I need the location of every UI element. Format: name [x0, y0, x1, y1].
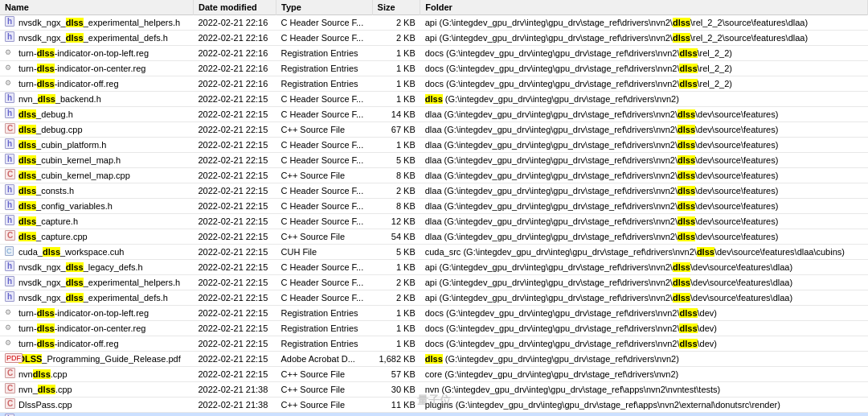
- file-name: nvsdk_ngx_dlss_experimental_helpers.h: [18, 18, 180, 27]
- name-cell[interactable]: hDlssPass.h: [0, 413, 194, 417]
- size-cell: 8 KB: [372, 168, 420, 183]
- table-row[interactable]: Cdlss_capture.cpp2022-02-21 22:15C++ Sou…: [0, 229, 868, 245]
- name-cell[interactable]: ⚙turn-dlss-indicator-off.reg: [0, 336, 194, 352]
- table-row[interactable]: Cnvn_dlss.cpp2022-02-21 21:38C++ Source …: [0, 382, 868, 397]
- table-row[interactable]: ⚙turn-dlss-indicator-on-center.reg2022-0…: [0, 321, 868, 336]
- name-cell[interactable]: hnvsdk_ngx_dlss_experimental_helpers.h: [0, 275, 194, 290]
- name-cell[interactable]: Cdlss_debug.cpp: [0, 122, 194, 138]
- file-name: turn-dlss-indicator-on-top-left.reg: [18, 308, 149, 318]
- folder-cell: dlaa (G:\integdev_gpu_drv\integ\gpu_drv\…: [420, 122, 868, 138]
- table-row[interactable]: Ccuda_dlss_workspace.cuh2022-02-21 22:15…: [0, 245, 868, 260]
- size-cell: 2 KB: [372, 290, 420, 306]
- table-row[interactable]: hdlss_debug.h2022-02-21 22:15C Header So…: [0, 107, 868, 122]
- table-row[interactable]: ⚙turn-dlss-indicator-on-center.reg2022-0…: [0, 61, 868, 76]
- file-name: dlss_debug.h: [18, 109, 73, 119]
- name-cell[interactable]: hdlss_debug.h: [0, 107, 194, 122]
- name-cell[interactable]: hdlss_cubin_kernel_map.h: [0, 153, 194, 168]
- size-cell: 1 KB: [372, 76, 420, 92]
- type-cell: C Header Source F...: [276, 413, 373, 417]
- type-cell: C Header Source F...: [276, 92, 373, 107]
- file-name: dlss_cubin_kernel_map.h: [18, 155, 121, 165]
- name-cell[interactable]: CDlssPass.cpp: [0, 397, 194, 413]
- table-row[interactable]: Cdlss_cubin_kernel_map.cpp2022-02-21 22:…: [0, 168, 868, 183]
- name-cell[interactable]: Ccuda_dlss_workspace.cuh: [0, 245, 194, 260]
- folder-cell: api (G:\integdev_gpu_drv\integ\gpu_drv\s…: [420, 275, 868, 290]
- file-name: nvsdk_ngx_dlss_legacy_defs.h: [18, 262, 143, 272]
- date-cell: 2022-02-21 22:15: [194, 260, 276, 275]
- folder-cell: dlaa (G:\integdev_gpu_drv\integ\gpu_drv\…: [420, 107, 868, 122]
- col-folder[interactable]: Folder: [420, 0, 868, 15]
- col-date[interactable]: Date modified: [194, 0, 276, 15]
- type-cell: Registration Entries: [276, 306, 373, 321]
- name-cell[interactable]: Cdlss_cubin_kernel_map.cpp: [0, 168, 194, 183]
- col-size[interactable]: Size: [372, 0, 420, 15]
- name-cell[interactable]: ⚙turn-dlss-indicator-on-center.reg: [0, 61, 194, 76]
- type-cell: C Header Source F...: [276, 199, 373, 214]
- table-row[interactable]: hdlss_consts.h2022-02-21 22:15C Header S…: [0, 183, 868, 199]
- size-cell: 2 KB: [372, 275, 420, 290]
- size-cell: 2 KB: [372, 183, 420, 199]
- file-type-icon: ⚙: [5, 47, 16, 58]
- table-row[interactable]: hnvsdk_ngx_dlss_experimental_defs.h2022-…: [0, 31, 868, 46]
- type-cell: C Header Source F...: [276, 260, 373, 275]
- name-cell[interactable]: ⚙turn-dlss-indicator-on-center.reg: [0, 321, 194, 336]
- name-cell[interactable]: hdlss_consts.h: [0, 183, 194, 199]
- name-cell[interactable]: ⚙turn-dlss-indicator-on-top-left.reg: [0, 306, 194, 321]
- name-cell[interactable]: hnvsdk_ngx_dlss_experimental_helpers.h: [0, 15, 194, 31]
- table-row[interactable]: hnvsdk_ngx_dlss_legacy_defs.h2022-02-21 …: [0, 260, 868, 275]
- folder-cell: docs (G:\integdev_gpu_drv\integ\gpu_drv\…: [420, 336, 868, 352]
- file-type-icon: C: [5, 383, 16, 394]
- file-type-icon: ⚙: [5, 322, 16, 333]
- size-cell: 1 KB: [372, 306, 420, 321]
- file-list-container[interactable]: Name Date modified Type Size Folder hnvs…: [0, 0, 868, 416]
- type-cell: C++ Source File: [276, 397, 373, 413]
- size-cell: 11 KB: [372, 397, 420, 413]
- folder-cell: docs (G:\integdev_gpu_drv\integ\gpu_drv\…: [420, 46, 868, 61]
- table-row[interactable]: ⚙turn-dlss-indicator-off.reg2022-02-21 2…: [0, 336, 868, 352]
- table-row[interactable]: hnvsdk_ngx_dlss_experimental_defs.h2022-…: [0, 290, 868, 306]
- type-cell: Registration Entries: [276, 321, 373, 336]
- name-cell[interactable]: hnvsdk_ngx_dlss_experimental_defs.h: [0, 31, 194, 46]
- table-row[interactable]: CDlssPass.cpp2022-02-21 21:38C++ Source …: [0, 397, 868, 413]
- table-row[interactable]: Cdlss_debug.cpp2022-02-21 22:15C++ Sourc…: [0, 122, 868, 138]
- file-type-icon: C: [5, 245, 16, 257]
- table-row[interactable]: ⚙turn-dlss-indicator-on-top-left.reg2022…: [0, 46, 868, 61]
- table-row[interactable]: hnvsdk_ngx_dlss_experimental_helpers.h20…: [0, 15, 868, 31]
- name-cell[interactable]: hnvn_dlss_backend.h: [0, 92, 194, 107]
- table-row[interactable]: hdlss_capture.h2022-02-21 22:15C Header …: [0, 214, 868, 229]
- name-cell[interactable]: hdlss_capture.h: [0, 214, 194, 229]
- table-row[interactable]: hdlss_cubin_kernel_map.h2022-02-21 22:15…: [0, 153, 868, 168]
- name-cell[interactable]: ⚙turn-dlss-indicator-off.reg: [0, 76, 194, 92]
- table-row[interactable]: Cnvndlss.cpp2022-02-21 22:15C++ Source F…: [0, 367, 868, 382]
- date-cell: 2022-02-21 22:15: [194, 245, 276, 260]
- table-row[interactable]: hdlss_config_variables.h2022-02-21 22:15…: [0, 199, 868, 214]
- date-cell: 2022-02-21 22:15: [194, 367, 276, 382]
- table-row[interactable]: hnvn_dlss_backend.h2022-02-21 22:15C Hea…: [0, 92, 868, 107]
- name-cell[interactable]: ⚙turn-dlss-indicator-on-top-left.reg: [0, 46, 194, 61]
- table-row[interactable]: PDFDLSS_Programming_Guide_Release.pdf202…: [0, 352, 868, 367]
- name-cell[interactable]: Cnvndlss.cpp: [0, 367, 194, 382]
- date-cell: 2022-02-21 22:16: [194, 46, 276, 61]
- folder-cell: dlaa (G:\integdev_gpu_drv\integ\gpu_drv\…: [420, 199, 868, 214]
- name-cell[interactable]: Cnvn_dlss.cpp: [0, 382, 194, 397]
- name-cell[interactable]: PDFDLSS_Programming_Guide_Release.pdf: [0, 352, 194, 367]
- table-row[interactable]: ⚙turn-dlss-indicator-on-top-left.reg2022…: [0, 306, 868, 321]
- file-type-icon: h: [5, 154, 16, 165]
- name-cell[interactable]: hnvsdk_ngx_dlss_experimental_defs.h: [0, 290, 194, 306]
- name-cell[interactable]: hnvsdk_ngx_dlss_legacy_defs.h: [0, 260, 194, 275]
- col-name[interactable]: Name: [0, 0, 194, 15]
- folder-cell: api (G:\integdev_gpu_drv\integ\gpu_drv\s…: [420, 260, 868, 275]
- name-cell[interactable]: Cdlss_capture.cpp: [0, 229, 194, 245]
- table-row[interactable]: ⚙turn-dlss-indicator-off.reg2022-02-21 2…: [0, 76, 868, 92]
- name-cell[interactable]: hdlss_config_variables.h: [0, 199, 194, 214]
- col-type[interactable]: Type: [276, 0, 373, 15]
- date-cell: 2022-02-21 22:15: [194, 122, 276, 138]
- table-row[interactable]: hdlss_cubin_platform.h2022-02-21 22:15C …: [0, 138, 868, 153]
- type-cell: C Header Source F...: [276, 183, 373, 199]
- file-type-icon: h: [5, 184, 16, 196]
- file-name: cuda_dlss_workspace.cuh: [18, 247, 125, 257]
- table-row[interactable]: hDlssPass.h2022-02-21 21:38C Header Sour…: [0, 413, 868, 417]
- name-cell[interactable]: hdlss_cubin_platform.h: [0, 138, 194, 153]
- table-row[interactable]: hnvsdk_ngx_dlss_experimental_helpers.h20…: [0, 275, 868, 290]
- file-type-icon: h: [5, 200, 16, 211]
